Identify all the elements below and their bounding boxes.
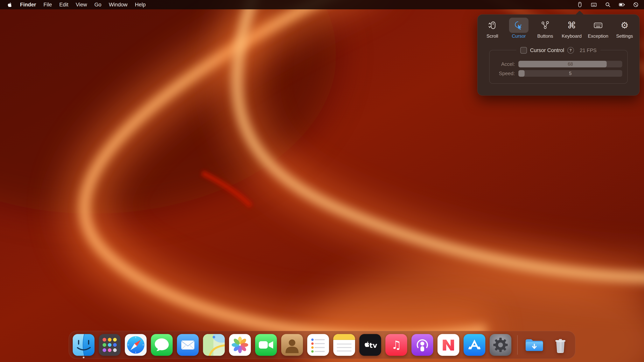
dock-divider: [517, 335, 518, 355]
tab-exception-label: Exception: [588, 34, 608, 39]
tab-keyboard-label: Keyboard: [562, 34, 582, 39]
menu-go[interactable]: Go: [91, 2, 105, 8]
running-indicator: [83, 357, 84, 358]
dock-photos-icon[interactable]: [229, 334, 251, 356]
dock-notes-icon[interactable]: [333, 334, 355, 356]
dock-trash-icon[interactable]: [550, 334, 571, 356]
dock-news-icon[interactable]: [438, 334, 459, 356]
dock-podcasts-icon[interactable]: [412, 334, 433, 356]
dock-contacts-icon[interactable]: [281, 334, 303, 356]
dock-system-settings-icon[interactable]: [490, 334, 512, 356]
dock-music-icon[interactable]: ♫: [386, 334, 407, 356]
menu-edit[interactable]: Edit: [56, 2, 72, 8]
accel-slider[interactable]: 68: [518, 61, 622, 67]
tab-settings-label: Settings: [616, 34, 633, 39]
mouse-status-icon[interactable]: [577, 1, 583, 8]
gear-icon: ⚙: [615, 18, 634, 33]
apple-menu-icon[interactable]: [6, 2, 14, 7]
command-key-icon: ⌘: [562, 18, 582, 33]
search-icon[interactable]: [605, 1, 611, 8]
speed-row: Speed: 5: [495, 70, 622, 77]
dock-safari-icon[interactable]: [125, 334, 146, 356]
music-note-glyph: ♫: [391, 338, 401, 352]
tab-settings[interactable]: ⚙ Settings: [612, 18, 637, 39]
dock-launchpad-icon[interactable]: [99, 334, 120, 356]
keyboard-status-icon[interactable]: [591, 1, 597, 8]
speed-slider[interactable]: 5: [518, 70, 622, 77]
menu-bar: Finder File Edit View Go Window Help: [0, 0, 644, 9]
tab-scroll[interactable]: Scroll: [480, 18, 505, 39]
menu-window[interactable]: Window: [105, 2, 131, 8]
accel-label: Accel:: [495, 61, 515, 67]
tab-keyboard[interactable]: ⌘ Keyboard: [559, 18, 584, 39]
dock-facetime-icon[interactable]: [255, 334, 277, 356]
tab-buttons-label: Buttons: [537, 34, 553, 39]
menu-help[interactable]: Help: [131, 2, 150, 8]
accel-row: Accel: 68: [495, 61, 622, 67]
cursor-control-groupbox: Cursor Control ? 21 FPS Accel: 68 Speed:…: [489, 50, 628, 84]
cursor-control-row: Cursor Control ? 21 FPS: [516, 46, 600, 55]
buttons-nodes-icon: [536, 18, 555, 33]
popover-tab-bar: Scroll Cursor Buttons: [478, 14, 639, 39]
mouse-utility-popover: Scroll Cursor Buttons: [477, 14, 640, 96]
dnd-circle-icon[interactable]: [633, 1, 639, 8]
keyboard-grid-icon: [588, 18, 608, 33]
dock-downloads-folder-icon[interactable]: [524, 334, 545, 356]
cursor-control-label: Cursor Control: [530, 47, 564, 53]
dock-messages-icon[interactable]: [151, 334, 173, 356]
cursor-control-checkbox[interactable]: [520, 47, 527, 54]
speed-label: Speed:: [495, 70, 515, 76]
help-icon[interactable]: ?: [567, 47, 574, 54]
dock-mail-icon[interactable]: [177, 334, 199, 356]
tv-glyph: tv: [369, 342, 377, 349]
menu-app-name[interactable]: Finder: [16, 2, 40, 8]
fps-readout: 21 FPS: [580, 47, 596, 53]
dock-maps-icon[interactable]: [203, 334, 225, 356]
cursor-click-icon: [509, 18, 528, 33]
tab-scroll-label: Scroll: [486, 34, 498, 39]
tab-cursor[interactable]: Cursor: [506, 18, 531, 39]
tab-buttons[interactable]: Buttons: [533, 18, 558, 39]
dock-app-store-icon[interactable]: [464, 334, 485, 356]
accel-value: 68: [518, 61, 622, 67]
scroll-mouse-icon: [482, 18, 502, 33]
dock-apple-tv-icon[interactable]: tv: [359, 334, 381, 356]
dock: tv ♫: [69, 331, 575, 359]
menu-file[interactable]: File: [40, 2, 56, 8]
battery-icon[interactable]: [619, 1, 625, 8]
tab-cursor-label: Cursor: [512, 34, 526, 39]
dock-reminders-icon[interactable]: [307, 334, 329, 356]
dock-finder-icon[interactable]: [73, 334, 94, 356]
speed-value: 5: [518, 70, 622, 77]
menu-view[interactable]: View: [72, 2, 91, 8]
tab-exception[interactable]: Exception: [586, 18, 610, 39]
